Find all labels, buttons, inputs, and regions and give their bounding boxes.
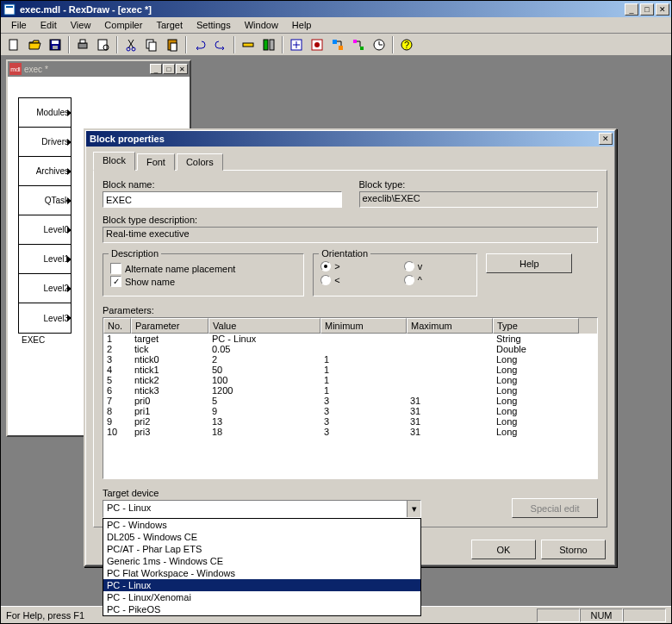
tab-colors[interactable]: Colors [177,153,223,171]
svg-point-21 [314,42,320,47]
table-row[interactable]: 5ntick21001Long [103,375,597,385]
svg-rect-1 [6,6,13,8]
tb-icon-1[interactable] [239,35,258,54]
tab-panel: Block name: Block type: execlib\EXEC Blo… [93,170,607,527]
table-row[interactable]: 3ntick021Long [103,354,597,365]
help-button[interactable]: Help [486,253,572,273]
close-button[interactable]: ✕ [656,3,669,16]
col-parameter[interactable]: Parameter [131,318,208,334]
undo-icon[interactable] [190,35,209,54]
tb-icon-4[interactable] [308,35,327,54]
dropdown-option[interactable]: PC - Linux [103,579,420,591]
tab-font[interactable]: Font [137,153,175,171]
alt-name-checkbox-row[interactable]: Alternate name placement [110,263,296,274]
parameters-body[interactable]: 1targetPC - LinuxString2tick0.05Double3n… [103,334,597,478]
col-no[interactable]: No. [103,318,131,334]
cut-icon[interactable] [121,35,140,54]
exec-block[interactable]: Modules Drivers Archives QTask Level0 Le… [18,97,72,334]
app-icon [3,3,16,16]
paste-icon[interactable] [163,35,182,54]
table-row[interactable]: 6ntick312001Long [103,385,597,396]
child-close-button[interactable]: ✕ [176,64,188,74]
print-icon[interactable] [73,35,92,54]
exec-cell: Archives [19,157,71,186]
menu-window[interactable]: Window [238,18,285,32]
svg-rect-17 [264,40,268,50]
table-row[interactable]: 10pri318331Long [103,427,597,437]
orientation-left-radio[interactable]: < [320,275,387,285]
save-icon[interactable] [46,35,65,54]
open-icon[interactable] [25,35,44,54]
svg-rect-7 [80,40,85,43]
separator [185,36,187,53]
col-maximum[interactable]: Maximum [407,318,493,334]
col-minimum[interactable]: Minimum [320,318,407,334]
cancel-button[interactable]: Storno [541,540,606,559]
new-icon[interactable] [4,35,23,54]
target-device-label: Target device [103,488,421,498]
block-type-desc-label: Block type description: [103,215,598,225]
tb-icon-2[interactable] [259,35,278,54]
menu-edit[interactable]: Edit [34,18,64,32]
window-buttons: _ □ ✕ [625,3,669,16]
orientation-up-radio[interactable]: ^ [404,275,470,285]
block-type-label: Block type: [359,179,599,190]
parameters-label: Parameters: [103,305,598,315]
target-device-dropdown[interactable]: PC - Linux ▾ PC - WindowsDL205 - Windows… [103,500,421,518]
show-name-checkbox-row[interactable]: ✓ Show name [110,276,296,287]
dialog-close-button[interactable]: ✕ [599,133,613,145]
dropdown-option[interactable]: PC - PikeOS [103,603,420,615]
menu-view[interactable]: View [64,18,98,32]
minimize-button[interactable]: _ [625,3,638,16]
block-name-label: Block name: [103,179,342,190]
copy-icon[interactable] [142,35,161,54]
tb-icon-3[interactable] [287,35,306,54]
col-type[interactable]: Type [493,318,579,334]
print-preview-icon[interactable] [94,35,113,54]
table-row[interactable]: 8pri19331Long [103,406,597,416]
block-properties-dialog: Block properties ✕ Block Font Colors Blo… [84,128,617,567]
menu-settings[interactable]: Settings [190,18,238,32]
tb-icon-6[interactable] [349,35,368,54]
dropdown-arrow-icon[interactable]: ▾ [407,501,420,517]
ok-button[interactable]: OK [471,540,536,559]
col-value[interactable]: Value [208,318,320,334]
dropdown-option[interactable]: PC - Windows [103,519,420,531]
orientation-down-radio[interactable]: v [404,261,470,271]
tb-icon-7[interactable] [370,35,389,54]
orientation-right-radio[interactable]: > [320,261,387,271]
orientation-group: Orientation > v < ^ [313,253,477,296]
alt-name-checkbox[interactable] [110,263,121,274]
title-text: exec.mdl - RexDraw - [exec *] [20,4,625,15]
mdi-workspace: mdl exec * _ □ ✕ Modules Drivers Archive… [1,56,671,606]
block-name-input[interactable] [103,191,342,208]
table-row[interactable]: 7pri05331Long [103,396,597,406]
dropdown-option[interactable]: Generic 1ms - Windows CE [103,555,420,567]
special-edit-button[interactable]: Special edit [512,498,598,518]
table-row[interactable]: 9pri213331Long [103,416,597,427]
maximize-button[interactable]: □ [640,3,654,16]
dropdown-option[interactable]: PC/AT - Phar Lap ETS [103,543,420,555]
child-minimize-button[interactable]: _ [150,64,162,74]
toolbar: ? [1,34,671,56]
dropdown-option[interactable]: PC - Linux/Xenomai [103,591,420,603]
table-row[interactable]: 4ntick1501Long [103,365,597,375]
redo-icon[interactable] [211,35,230,54]
menu-file[interactable]: File [4,18,34,32]
tab-block[interactable]: Block [93,152,135,171]
exec-cell: Modules [19,98,71,128]
dropdown-option[interactable]: DL205 - Windows CE [103,531,420,543]
application-window: exec.mdl - RexDraw - [exec *] _ □ ✕ File… [0,0,672,624]
menu-compiler[interactable]: Compiler [97,18,149,32]
table-row[interactable]: 2tick0.05Double [103,344,597,354]
doc-icon: mdl [9,63,22,75]
table-row[interactable]: 1targetPC - LinuxString [103,334,597,344]
child-maximize-button[interactable]: □ [163,64,175,74]
tab-bar: Block Font Colors [93,153,607,171]
show-name-checkbox[interactable]: ✓ [110,276,121,287]
help-icon[interactable]: ? [397,35,416,54]
tb-icon-5[interactable] [328,35,347,54]
dropdown-option[interactable]: PC Flat Workspace - Windows [103,567,420,579]
menu-help[interactable]: Help [285,18,319,32]
menu-target[interactable]: Target [149,18,190,32]
